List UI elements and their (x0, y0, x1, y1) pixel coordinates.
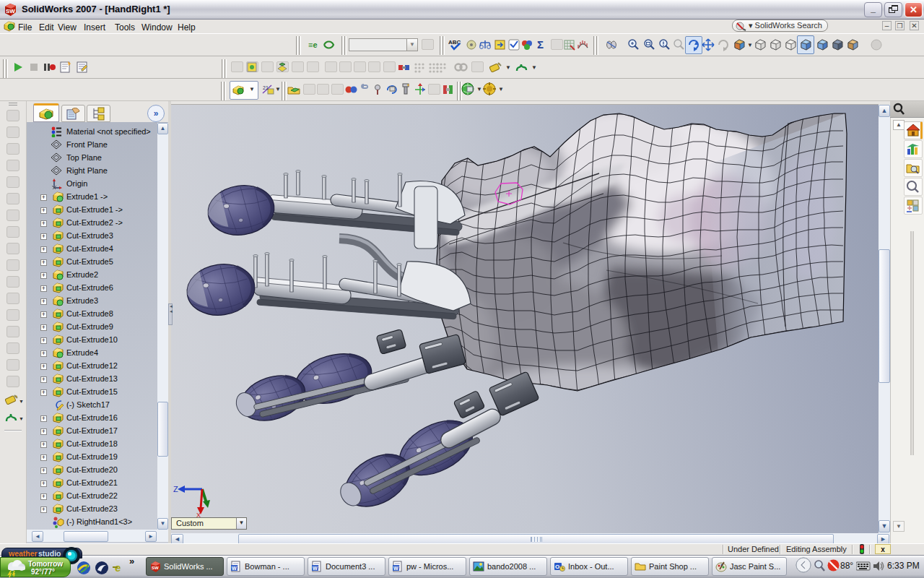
svg-text:*: * (498, 61, 500, 68)
svg-text:Σ: Σ (537, 38, 544, 51)
svg-text:21: 21 (263, 85, 269, 90)
svg-text:W: W (313, 566, 318, 571)
svg-text:W: W (232, 566, 237, 571)
svg-text:≡e: ≡e (308, 40, 318, 49)
svg-text:Z: Z (173, 485, 178, 493)
svg-text:▼: ▼ (19, 399, 23, 404)
svg-text:SW: SW (152, 566, 159, 570)
svg-text:*: * (407, 82, 410, 90)
svg-text:SW: SW (6, 8, 15, 14)
svg-text:O: O (555, 564, 559, 570)
svg-text:W: W (393, 566, 398, 571)
svg-text:*: * (15, 394, 18, 401)
svg-text:▼: ▼ (19, 416, 23, 421)
